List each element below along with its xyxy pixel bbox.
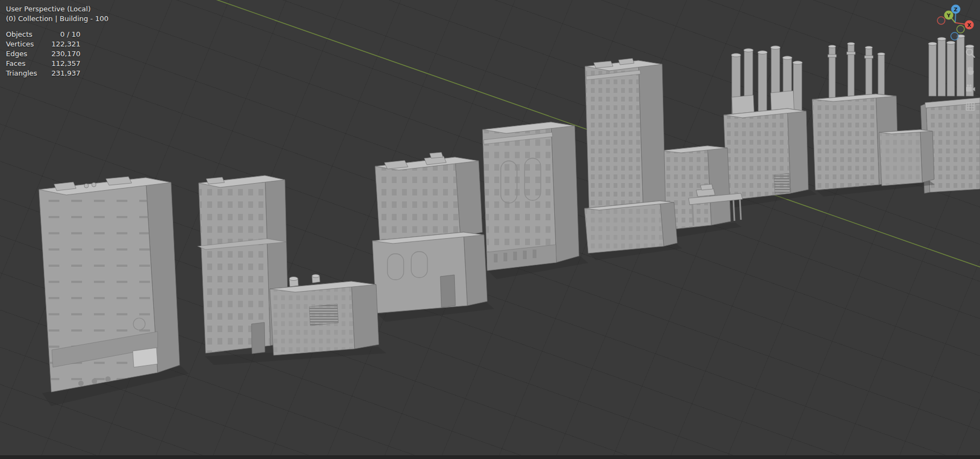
3d-viewport[interactable] [0,0,980,459]
canopy-leg [733,199,734,221]
chimney-cap [877,52,885,55]
base-detail [503,253,507,261]
viewport-overlay-text: User Perspective (Local) (0) Collection … [6,4,108,78]
chimney [947,43,955,96]
stat-label: Vertices [6,39,47,49]
stat-value: 112,357 [47,59,80,69]
z-axis-negative-ball[interactable] [951,32,958,40]
stat-label: Faces [6,59,47,69]
building-2-object[interactable] [198,176,386,365]
canopy-leg [692,205,693,226]
stat-row: Faces 112,357 [6,59,108,69]
window-border [0,455,980,459]
canopy-leg [740,199,741,220]
building-3-object[interactable] [372,152,494,322]
camera-view-icon[interactable] [965,83,976,94]
statistics-block: Objects 0 / 10 Vertices 122,321 Edges 23… [6,30,108,78]
chimney-collar [847,52,855,55]
sign-panel [133,348,158,367]
rooftop-box [700,184,713,190]
chimney [866,48,872,100]
stat-label: Triangles [6,69,47,78]
base-side-face [464,232,487,306]
window-grid [375,157,460,245]
side-face [787,109,808,193]
chimney-collar [865,56,873,58]
collection-label: (0) Collection | Building - 100 [6,14,108,24]
roof-pipe [92,183,96,187]
orthographic-grid-icon[interactable] [965,101,976,112]
stat-value: 0 / 10 [47,30,80,39]
chimney-cap [828,45,836,48]
perspective-label: User Perspective (Local) [6,4,108,14]
roof-pipe [84,184,89,188]
base-detail [533,249,536,258]
canopy-leg [713,202,714,224]
x-axis-label: X [967,22,971,28]
base-arch [105,376,111,382]
annex-window-grid [879,130,922,186]
base-detail [513,252,517,260]
chimney [878,54,884,100]
stat-label: Objects [6,30,47,39]
roof-vent-cap [289,277,298,281]
navigation-gizmo[interactable]: Z X Y [935,2,976,43]
base-arch [92,379,97,384]
stat-label: Edges [6,49,47,59]
viewport-scene [0,0,980,459]
stat-row: Edges 230,170 [6,49,108,59]
chimney-cap [771,46,780,49]
x-axis-negative-ball[interactable] [937,17,945,24]
base-arch [78,381,84,386]
stat-value: 231,937 [47,69,80,78]
ac-unit [430,152,443,158]
y-axis-label: Y [947,12,951,18]
chimney [957,36,964,96]
doorway [251,322,265,354]
doorway [440,275,455,307]
stat-row: Objects 0 / 10 [6,30,108,39]
stat-value: 122,321 [47,39,80,49]
building-1-object[interactable] [39,177,189,406]
viewport-side-toolbar [965,48,976,112]
chimney-cap [865,46,873,49]
chimney-cap [758,51,767,54]
base-detail [523,251,527,259]
zoom-icon[interactable] [965,48,976,58]
stat-row: Vertices 122,321 [6,39,108,49]
y-axis-negative-ball[interactable] [957,25,964,33]
chimney [758,52,767,120]
chimney-cap [731,53,741,57]
chimney-cap [744,49,753,52]
louver-vent [309,304,338,326]
chimney-cap [793,61,802,64]
chimney-cap [782,56,792,59]
annex-side-face [920,130,934,183]
base-detail [494,254,498,262]
louver-vent [774,173,790,194]
stat-value: 230,170 [47,49,80,59]
chimney-cap [847,42,855,45]
building-7-object[interactable] [724,46,817,207]
chimney [929,44,936,96]
building-4-object[interactable] [482,122,588,279]
chimney-collar [828,55,836,57]
roof-vent-cap [312,274,319,278]
window-grid [812,94,879,190]
pan-hand-icon[interactable] [965,65,976,76]
chimney [938,39,945,96]
stat-row: Triangles 231,937 [6,69,108,78]
z-axis-label: Z [954,6,958,12]
annex-side-face [351,281,379,349]
x-axis-stem [955,23,966,24]
building-8-object[interactable] [812,42,935,197]
